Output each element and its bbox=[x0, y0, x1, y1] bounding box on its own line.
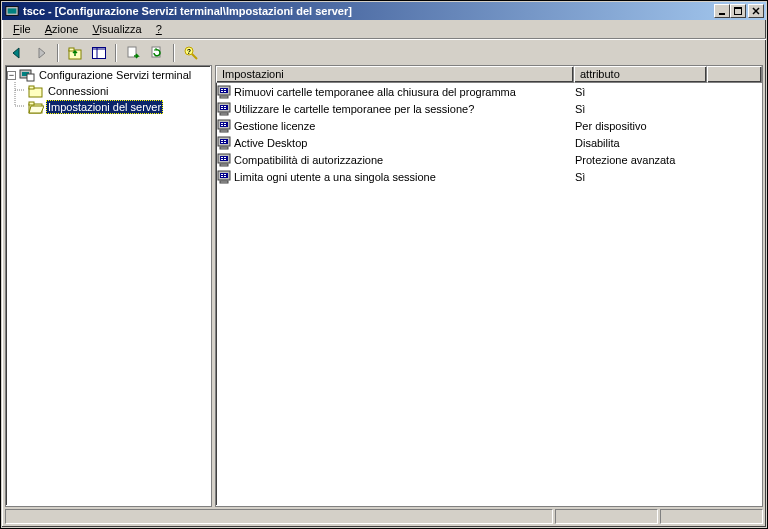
tree-connections[interactable]: Connessioni bbox=[7, 83, 210, 99]
list-row[interactable]: Active DesktopDisabilita bbox=[216, 134, 762, 151]
svg-rect-54 bbox=[220, 147, 228, 149]
back-button[interactable] bbox=[6, 42, 28, 64]
titlebar[interactable]: tscc - [Configurazione Servizi terminal\… bbox=[2, 2, 766, 20]
forward-button[interactable] bbox=[30, 42, 52, 64]
collapse-icon[interactable]: − bbox=[7, 71, 16, 80]
list-row[interactable]: Limita ogni utente a una singola session… bbox=[216, 168, 762, 185]
svg-rect-44 bbox=[221, 125, 223, 126]
list-row[interactable]: Compatibilità di autorizzazioneProtezion… bbox=[216, 151, 762, 168]
list-body: Rimuovi cartelle temporanee alla chiusur… bbox=[216, 83, 762, 506]
svg-rect-46 bbox=[224, 125, 226, 126]
maximize-button[interactable] bbox=[730, 4, 746, 18]
menu-visualizza[interactable]: Visualizza bbox=[85, 21, 148, 37]
svg-rect-68 bbox=[220, 181, 228, 183]
svg-rect-22 bbox=[29, 86, 34, 89]
cell-attribute: Disabilita bbox=[574, 137, 707, 149]
svg-rect-67 bbox=[224, 176, 226, 177]
list-row[interactable]: Utilizzare le cartelle temporanee per la… bbox=[216, 100, 762, 117]
list-row[interactable]: Rimuovi cartelle temporanee alla chiusur… bbox=[216, 83, 762, 100]
setting-icon bbox=[217, 152, 233, 168]
svg-rect-2 bbox=[719, 13, 725, 15]
folder-open-icon bbox=[28, 99, 44, 115]
toolbar-separator bbox=[115, 44, 117, 62]
folder-icon bbox=[28, 83, 44, 99]
setting-icon bbox=[217, 169, 233, 185]
svg-rect-35 bbox=[220, 105, 228, 110]
status-pane-2 bbox=[660, 509, 763, 524]
list-panel[interactable]: Impostazioni attributo Rimuovi cartelle … bbox=[215, 65, 763, 507]
cell-attribute: Sì bbox=[574, 86, 707, 98]
terminal-services-icon bbox=[19, 67, 35, 83]
toolbar-separator bbox=[173, 44, 175, 62]
svg-rect-4 bbox=[734, 7, 742, 9]
setting-text: Active Desktop bbox=[234, 137, 307, 149]
svg-rect-40 bbox=[220, 113, 228, 115]
svg-rect-61 bbox=[220, 164, 228, 166]
svg-rect-8 bbox=[69, 48, 74, 51]
svg-rect-50 bbox=[221, 140, 223, 141]
setting-text: Gestione licenze bbox=[234, 120, 315, 132]
minimize-button[interactable] bbox=[714, 4, 730, 18]
cell-setting: Rimuovi cartelle temporanee alla chiusur… bbox=[216, 84, 574, 100]
cell-setting: Compatibilità di autorizzazione bbox=[216, 152, 574, 168]
cell-attribute: Sì bbox=[574, 103, 707, 115]
setting-text: Utilizzare le cartelle temporanee per la… bbox=[234, 103, 474, 115]
list-row[interactable]: Gestione licenzePer dispositivo bbox=[216, 117, 762, 134]
svg-rect-33 bbox=[220, 96, 228, 98]
refresh-button[interactable] bbox=[146, 42, 168, 64]
svg-rect-47 bbox=[220, 130, 228, 132]
setting-icon bbox=[217, 84, 233, 100]
status-pane-1 bbox=[555, 509, 658, 524]
col-extra[interactable] bbox=[707, 66, 762, 83]
title-text: tscc - [Configurazione Servizi terminal\… bbox=[23, 5, 714, 17]
toolbar-separator bbox=[57, 44, 59, 62]
cell-setting: Gestione licenze bbox=[216, 118, 574, 134]
svg-rect-18 bbox=[27, 74, 34, 81]
svg-rect-31 bbox=[224, 89, 226, 90]
svg-rect-28 bbox=[220, 88, 228, 93]
svg-rect-26 bbox=[29, 102, 34, 105]
svg-rect-38 bbox=[224, 106, 226, 107]
svg-rect-60 bbox=[224, 159, 226, 160]
menubar: File Azione Visualizza ? bbox=[2, 20, 766, 39]
col-settings[interactable]: Impostazioni bbox=[216, 66, 574, 83]
setting-icon bbox=[217, 101, 233, 117]
main-window: tscc - [Configurazione Servizi terminal\… bbox=[1, 1, 767, 528]
export-button[interactable] bbox=[122, 42, 144, 64]
svg-rect-64 bbox=[221, 174, 223, 175]
svg-rect-36 bbox=[221, 106, 223, 107]
setting-text: Limita ogni utente a una singola session… bbox=[234, 171, 436, 183]
menu-file[interactable]: File bbox=[6, 21, 38, 37]
help-button[interactable]: ? bbox=[180, 42, 202, 64]
list-header: Impostazioni attributo bbox=[216, 66, 762, 83]
tree-panel[interactable]: − Configurazione Servizi terminal Connes… bbox=[5, 65, 212, 507]
svg-rect-49 bbox=[220, 139, 228, 144]
tree-server-settings-label: Impostazioni del server bbox=[46, 100, 163, 114]
tree-root[interactable]: − Configurazione Servizi terminal bbox=[7, 67, 210, 83]
cell-setting: Limita ogni utente a una singola session… bbox=[216, 169, 574, 185]
svg-rect-39 bbox=[224, 108, 226, 109]
setting-text: Rimuovi cartelle temporanee alla chiusur… bbox=[234, 86, 516, 98]
cell-attribute: Protezione avanzata bbox=[574, 154, 707, 166]
show-hide-tree-button[interactable] bbox=[88, 42, 110, 64]
close-button[interactable] bbox=[748, 4, 764, 18]
svg-rect-32 bbox=[224, 91, 226, 92]
cell-attribute: Per dispositivo bbox=[574, 120, 707, 132]
svg-rect-58 bbox=[221, 159, 223, 160]
up-button[interactable] bbox=[64, 42, 86, 64]
menu-help[interactable]: ? bbox=[149, 21, 169, 37]
cell-attribute: Sì bbox=[574, 171, 707, 183]
svg-rect-51 bbox=[221, 142, 223, 143]
svg-rect-59 bbox=[224, 157, 226, 158]
svg-rect-37 bbox=[221, 108, 223, 109]
svg-rect-56 bbox=[220, 156, 228, 161]
menu-azione[interactable]: Azione bbox=[38, 21, 86, 37]
setting-text: Compatibilità di autorizzazione bbox=[234, 154, 383, 166]
content-area: − Configurazione Servizi terminal Connes… bbox=[2, 65, 766, 507]
tree-server-settings[interactable]: Impostazioni del server bbox=[7, 99, 210, 115]
tree-root-label: Configurazione Servizi terminal bbox=[37, 68, 193, 82]
svg-rect-52 bbox=[224, 140, 226, 141]
col-attribute[interactable]: attributo bbox=[574, 66, 707, 83]
toolbar: ? bbox=[2, 39, 766, 65]
status-main bbox=[5, 509, 553, 524]
